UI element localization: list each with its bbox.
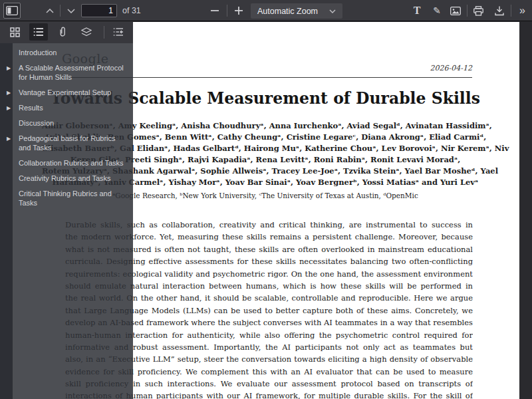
zoom-level-select[interactable]: Automatic Zoom xyxy=(251,3,342,19)
outline-item-scalable-assessment-protocol[interactable]: ▶ A Scalable Assessment Protocol for Hum… xyxy=(0,63,133,82)
toolbar-separator xyxy=(511,5,511,17)
more-tools-button[interactable]: » xyxy=(513,3,531,19)
outline-item-critical-thinking-rubrics[interactable]: Critical Thinking Rubrics and Tasks xyxy=(0,189,133,207)
outline-item-collaboration-rubrics[interactable]: Collaboration Rubrics and Tasks xyxy=(0,158,133,168)
outline-view-button[interactable] xyxy=(29,23,48,41)
minus-icon xyxy=(211,10,219,11)
current-outline-item-icon xyxy=(113,27,124,37)
sidebar-toolbar-separator xyxy=(104,26,104,39)
attachments-view-button[interactable] xyxy=(53,23,72,41)
outline-item-label: Results xyxy=(19,104,43,112)
add-image-button[interactable] xyxy=(447,3,464,19)
outline-item-results[interactable]: ▶ Results xyxy=(0,103,133,112)
zoom-level-label: Automatic Zoom xyxy=(257,7,329,16)
outline-item-introduction[interactable]: Introduction xyxy=(0,48,133,57)
toggle-sidebar-button[interactable] xyxy=(3,3,21,19)
double-chevron-icon: » xyxy=(519,5,525,17)
outline-item-label: Collaboration Rubrics and Tasks xyxy=(19,159,124,167)
page-count-label: of 31 xyxy=(122,6,141,15)
document-date: 2026-04-12 xyxy=(430,64,472,72)
sidebar-toggle-icon xyxy=(6,6,18,15)
expand-triangle-icon[interactable]: ▶ xyxy=(7,136,11,142)
outline-item-vantage-experimental-setup[interactable]: ▶ Vantage Experimental Setup xyxy=(0,88,133,97)
outline-item-label: Critical Thinking Rubrics and Tasks xyxy=(19,190,112,207)
text-tool-icon: T xyxy=(414,5,421,17)
sidebar: Introduction ▶ A Scalable Assessment Pro… xyxy=(0,21,133,399)
layers-view-button[interactable] xyxy=(77,23,96,41)
plus-icon xyxy=(235,7,243,15)
chevron-up-icon xyxy=(46,9,54,13)
print-button[interactable] xyxy=(469,3,487,19)
printer-icon xyxy=(473,6,483,16)
page-number-input[interactable] xyxy=(81,4,117,17)
paperclip-icon xyxy=(58,27,67,37)
expand-triangle-icon[interactable]: ▶ xyxy=(7,65,11,71)
text-tool-button[interactable]: T xyxy=(408,3,426,19)
toolbar-separator xyxy=(467,5,467,17)
outline-item-label: Discussion xyxy=(19,119,54,127)
chevron-down-icon xyxy=(67,9,75,13)
outline-list-icon xyxy=(33,27,44,37)
expand-triangle-icon[interactable]: ▶ xyxy=(7,105,11,111)
chevron-down-icon xyxy=(329,9,336,13)
outline-item-label: Vantage Experimental Setup xyxy=(19,88,111,96)
outline-item-creativity-rubrics[interactable]: Creativity Rubrics and Tasks xyxy=(0,174,133,183)
expand-triangle-icon[interactable]: ▶ xyxy=(7,90,11,96)
download-icon xyxy=(495,6,504,16)
toolbar-separator xyxy=(60,5,61,17)
pencil-icon: ✎ xyxy=(433,5,441,16)
outline-item-label: Introduction xyxy=(19,49,57,57)
current-outline-item-button[interactable] xyxy=(109,23,128,41)
zoom-in-button[interactable] xyxy=(230,3,247,19)
zoom-out-button[interactable] xyxy=(206,3,223,19)
outline-item-discussion[interactable]: Discussion xyxy=(0,118,133,128)
draw-tool-button[interactable]: ✎ xyxy=(428,3,446,19)
next-page-button[interactable] xyxy=(63,3,80,19)
pdf-viewer-window: Google 2026-04-12 Towards Scalable Measu… xyxy=(0,0,532,399)
thumbnails-icon xyxy=(10,27,20,37)
image-icon xyxy=(450,7,461,15)
outline-tree: Introduction ▶ A Scalable Assessment Pro… xyxy=(0,48,133,213)
main-toolbar: of 31 Automatic Zoom T ✎ xyxy=(0,0,532,21)
save-button[interactable] xyxy=(491,3,508,19)
thumbnails-view-button[interactable] xyxy=(5,23,24,41)
outline-item-label: A Scalable Assessment Protocol for Human… xyxy=(19,64,124,81)
outline-item-pedagogical-basis[interactable]: ▶ Pedagogical basis for Rubrics and Task… xyxy=(0,134,133,152)
outline-item-label: Creativity Rubrics and Tasks xyxy=(19,174,111,182)
previous-page-button[interactable] xyxy=(41,3,59,19)
outline-item-label: Pedagogical basis for Rubrics and Tasks xyxy=(19,134,116,152)
sidebar-toolbar xyxy=(0,21,133,43)
layers-icon xyxy=(81,27,92,37)
toolbar-separator xyxy=(227,5,227,17)
